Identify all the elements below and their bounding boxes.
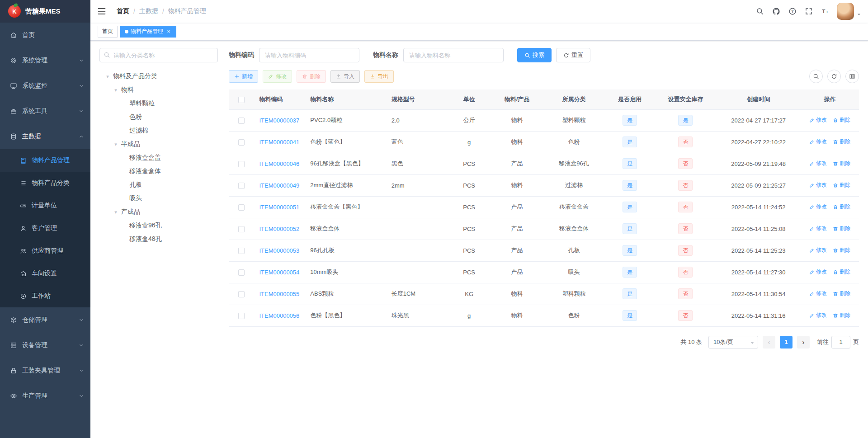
row-delete-button[interactable]: 删除 [833,311,850,319]
toggle-search-button[interactable] [809,70,823,83]
tree-expand-icon[interactable]: ▾ [110,87,121,93]
material-code-input[interactable] [259,48,359,62]
material-code-link[interactable]: ITEM00000049 [259,182,299,189]
sidebar-subitem-workstation[interactable]: 工作站 [0,285,90,307]
sidebar-toggle-button[interactable] [90,0,113,23]
row-checkbox[interactable] [238,161,245,167]
row-delete-button[interactable]: 删除 [833,268,850,276]
sidebar-subitem-material-product-management[interactable]: 物料产品管理 [0,149,90,172]
page-size-select[interactable]: 10条/页 [708,336,758,349]
tag-home[interactable]: 首页 [98,26,118,38]
row-edit-button[interactable]: 修改 [809,181,827,189]
table-row[interactable]: ITEM00000055 ABS颗粒 长度1CM KG 物料 塑料颗粒 是 否 … [229,283,859,305]
tree-node[interactable]: ▾产成品 [99,205,218,219]
table-row[interactable]: ITEM00000046 96孔移液盒【黑色】 黑色 PCS 产品 移液盒96孔… [229,153,859,174]
tree-node[interactable]: 移液盒48孔 [99,232,218,246]
row-edit-button[interactable]: 修改 [809,311,827,319]
table-row[interactable]: ITEM00000054 10mm吸头 PCS 产品 吸头 是 否 2022-0… [229,261,859,283]
row-checkbox[interactable] [238,139,245,146]
table-row[interactable]: ITEM00000037 PVC2.0颗粒 2.0 公斤 物料 塑料颗粒 是 是… [229,109,859,131]
row-edit-button[interactable]: 修改 [809,138,827,146]
material-code-link[interactable]: ITEM00000053 [259,247,299,254]
row-checkbox[interactable] [238,248,245,254]
github-button[interactable] [768,0,784,23]
font-size-button[interactable] [817,0,833,23]
header-search-button[interactable] [752,0,768,23]
material-code-link[interactable]: ITEM00000037 [259,117,299,124]
edit-button[interactable]: 修改 [263,70,292,83]
row-edit-button[interactable]: 修改 [809,203,827,211]
user-menu[interactable] [837,3,862,20]
row-checkbox[interactable] [238,183,245,189]
row-edit-button[interactable]: 修改 [809,160,827,167]
row-edit-button[interactable]: 修改 [809,290,827,297]
tree-node[interactable]: 移液盒96孔 [99,219,218,232]
sidebar-item-master-data[interactable]: 主数据 [0,124,90,149]
select-all-checkbox[interactable] [238,97,245,103]
row-delete-button[interactable]: 删除 [833,290,850,297]
row-checkbox[interactable] [238,118,245,124]
table-row[interactable]: ITEM00000049 2mm直径过滤棉 2mm PCS 物料 过滤棉 是 否… [229,174,859,196]
sidebar-item-home[interactable]: 首页 [0,23,90,48]
sidebar-item-fixture-management[interactable]: 工装夹具管理 [0,358,90,383]
toggle-columns-button[interactable] [845,70,859,83]
reset-button[interactable]: 重置 [556,48,590,62]
tree-node[interactable]: ▾物料 [99,83,218,97]
material-code-link[interactable]: ITEM00000041 [259,139,299,146]
fullscreen-button[interactable] [801,0,817,23]
row-delete-button[interactable]: 删除 [833,138,850,146]
row-checkbox[interactable] [238,226,245,232]
row-checkbox[interactable] [238,313,245,319]
sidebar-subitem-supplier-management[interactable]: 供应商管理 [0,240,90,262]
tree-node[interactable]: ▾物料及产品分类 [99,70,218,83]
sidebar-item-production-management[interactable]: 生产管理 [0,383,90,409]
row-edit-button[interactable]: 修改 [809,268,827,276]
sidebar-subitem-customer-management[interactable]: 客户管理 [0,217,90,240]
export-button[interactable]: 导出 [364,70,394,83]
material-name-input[interactable] [403,48,504,62]
tree-node[interactable]: 移液盒盒盖 [99,151,218,165]
category-search-input[interactable] [99,48,218,62]
material-code-link[interactable]: ITEM00000055 [259,291,299,297]
row-delete-button[interactable]: 删除 [833,181,850,189]
tree-expand-icon[interactable]: ▾ [110,209,121,215]
tree-node[interactable]: 孔板 [99,178,218,192]
sidebar-item-equipment-management[interactable]: 设备管理 [0,333,90,358]
table-row[interactable]: ITEM00000056 色粉【黑色】 珠光黑 g 物料 色粉 是 否 2022… [229,305,859,326]
sidebar-subitem-workshop-settings[interactable]: 车间设置 [0,262,90,285]
row-delete-button[interactable]: 删除 [833,246,850,254]
breadcrumb-item[interactable]: 首页 [117,7,129,15]
tree-expand-icon[interactable]: ▾ [110,141,121,147]
row-checkbox[interactable] [238,204,245,211]
add-button[interactable]: 新增 [229,70,258,83]
sidebar-item-system-monitor[interactable]: 系统监控 [0,73,90,99]
table-row[interactable]: ITEM00000052 移液盒盒体 PCS 产品 移液盒盒体 是 否 2022… [229,218,859,240]
material-code-link[interactable]: ITEM00000056 [259,312,299,319]
refresh-table-button[interactable] [827,70,841,83]
row-edit-button[interactable]: 修改 [809,246,827,254]
row-delete-button[interactable]: 删除 [833,225,850,232]
tree-node[interactable]: 塑料颗粒 [99,97,218,110]
import-button[interactable]: 导入 [330,70,360,83]
table-row[interactable]: ITEM00000041 色粉【蓝色】 蓝色 g 物料 色粉 是 否 2022-… [229,131,859,153]
tree-node[interactable]: 吸头 [99,192,218,205]
help-button[interactable] [784,0,801,23]
row-delete-button[interactable]: 删除 [833,203,850,211]
tree-node[interactable]: 过滤棉 [99,124,218,137]
search-button[interactable]: 搜索 [517,48,552,62]
material-code-link[interactable]: ITEM00000046 [259,160,299,167]
material-code-link[interactable]: ITEM00000051 [259,204,299,211]
prev-page-button[interactable]: ‹ [763,336,775,349]
tree-node[interactable]: ▾半成品 [99,137,218,151]
tag-material-product-management[interactable]: 物料产品管理 × [120,26,176,38]
sidebar-subitem-material-product-category[interactable]: 物料产品分类 [0,172,90,194]
delete-button[interactable]: 删除 [297,70,326,83]
sidebar-subitem-measure-unit[interactable]: 计量单位 [0,194,90,217]
row-checkbox[interactable] [238,269,245,276]
tree-node[interactable]: 色粉 [99,110,218,124]
row-delete-button[interactable]: 删除 [833,160,850,167]
table-row[interactable]: ITEM00000051 移液盒盒盖【黑色】 PCS 产品 移液盒盒盖 是 否 … [229,196,859,218]
app-logo[interactable]: 苦糖果MES [0,0,90,23]
material-code-link[interactable]: ITEM00000054 [259,269,299,276]
material-code-link[interactable]: ITEM00000052 [259,226,299,232]
